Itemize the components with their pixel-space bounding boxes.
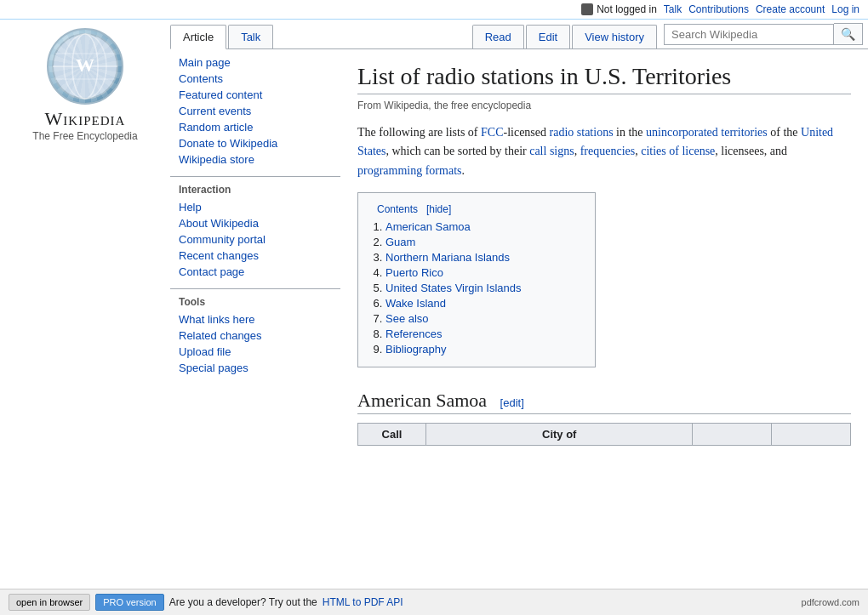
sidebar-item-upload-file[interactable]: Upload file [179, 344, 332, 360]
sidebar-tools-section: Tools What links here Related changes Up… [170, 296, 340, 376]
sidebar-item-current-events[interactable]: Current events [179, 103, 332, 119]
tools-heading: Tools [179, 296, 332, 308]
wikipedia-wordmark: Wikipedia [45, 108, 126, 130]
sidebar-item-contents[interactable]: Contents [179, 71, 332, 87]
toc-link-7[interactable]: See also [385, 312, 429, 325]
sidebar-interaction-section: Interaction Help About Wikipedia Communi… [170, 184, 340, 280]
logo-area: W Wikipedia The Free Encyclopedia [0, 20, 170, 459]
toc-link-9[interactable]: Bibliography [385, 343, 447, 356]
toc-item-4: Puerto Rico [385, 266, 581, 279]
toc-link-3[interactable]: Northern Mariana Islands [385, 251, 510, 264]
article-title: List of radio stations in U.S. Territori… [357, 63, 851, 94]
toc-link-8[interactable]: References [385, 327, 442, 340]
top-bar: Not logged in Talk Contributions Create … [0, 0, 868, 20]
edit-american-samoa-link[interactable]: [edit] [500, 396, 524, 409]
svg-point-2 [64, 34, 106, 99]
tab-talk[interactable]: Talk [228, 25, 273, 48]
toc-hide-button[interactable]: [hide] [426, 203, 451, 215]
tab-read[interactable]: Read [472, 25, 524, 48]
interaction-heading: Interaction [179, 184, 332, 196]
toc-link-6[interactable]: Wake Island [385, 297, 446, 310]
table-header-col3 [693, 424, 772, 446]
toc-item-8: References [385, 327, 581, 340]
create-account-link[interactable]: Create account [756, 3, 825, 15]
sidebar-item-community-portal[interactable]: Community portal [179, 231, 332, 248]
log-in-link[interactable]: Log in [831, 3, 859, 15]
article-content: List of radio stations in U.S. Territori… [340, 49, 868, 459]
toc-link-1[interactable]: American Samoa [385, 220, 471, 233]
call-signs-link[interactable]: call signs [529, 145, 574, 157]
unincorporated-territories-link[interactable]: unincorporated territories [646, 126, 768, 139]
svg-point-1 [72, 34, 98, 99]
tab-view-history[interactable]: View history [572, 25, 657, 48]
search-form: 🔍 [659, 20, 868, 48]
talk-link[interactable]: Talk [664, 3, 682, 15]
search-button[interactable]: 🔍 [834, 23, 863, 45]
table-header-city: City of [426, 424, 693, 446]
table-header-col4 [772, 424, 851, 446]
sidebar-item-contact-page[interactable]: Contact page [179, 264, 332, 280]
sidebar-item-what-links-here[interactable]: What links here [179, 311, 332, 327]
sidebar-item-recent-changes[interactable]: Recent changes [179, 248, 332, 264]
toc-item-2: Guam [385, 236, 581, 248]
sidebar-item-wikipedia-store[interactable]: Wikipedia store [179, 151, 332, 168]
toc-item-9: Bibliography [385, 343, 581, 356]
svg-text:W: W [76, 54, 94, 76]
search-input[interactable] [664, 24, 834, 45]
toc-link-5[interactable]: United States Virgin Islands [385, 282, 521, 294]
toc-item-1: American Samoa [385, 220, 581, 233]
table-of-contents: Contents [hide] American Samoa Guam Nort… [357, 192, 596, 367]
wikipedia-globe-logo[interactable]: W [47, 28, 123, 105]
sidebar-item-about-wikipedia[interactable]: About Wikipedia [179, 215, 332, 231]
toc-link-2[interactable]: Guam [385, 236, 415, 248]
sidebar: Main page Contents Featured content Curr… [170, 49, 340, 459]
sidebar-item-donate[interactable]: Donate to Wikipedia [179, 135, 332, 151]
toc-item-6: Wake Island [385, 297, 581, 310]
sidebar-item-related-changes[interactable]: Related changes [179, 327, 332, 344]
sidebar-item-main-page[interactable]: Main page [179, 54, 332, 71]
programming-formats-link[interactable]: programming formats [357, 164, 461, 177]
radio-stations-link[interactable]: radio stations [550, 126, 614, 139]
sidebar-divider-2 [170, 288, 340, 289]
toc-item-5: United States Virgin Islands [385, 282, 581, 294]
svg-point-0 [53, 34, 117, 99]
cities-of-license-link[interactable]: cities of license [641, 145, 715, 157]
sidebar-divider-1 [170, 176, 340, 177]
toc-link-4[interactable]: Puerto Rico [385, 266, 443, 279]
not-logged-in-text: Not logged in [597, 3, 657, 15]
toc-title: Contents [hide] [372, 202, 581, 215]
sidebar-item-featured-content[interactable]: Featured content [179, 87, 332, 103]
toc-list: American Samoa Guam Northern Mariana Isl… [372, 220, 581, 356]
section-heading-american-samoa: American Samoa [edit] [357, 390, 851, 414]
toc-item-7: See also [385, 312, 581, 325]
from-wikipedia-text: From Wikipedia, the free encyclopedia [357, 100, 851, 111]
table-header-call: Call [358, 424, 426, 446]
toc-item-3: Northern Mariana Islands [385, 251, 581, 264]
american-samoa-table: Call City of [357, 423, 851, 446]
sidebar-item-special-pages[interactable]: Special pages [179, 360, 332, 376]
wikipedia-tagline: The Free Encyclopedia [32, 130, 137, 142]
frequencies-link[interactable]: frequencies [580, 145, 636, 157]
tab-edit[interactable]: Edit [526, 25, 570, 48]
fcc-link[interactable]: FCC [481, 126, 503, 139]
user-icon [581, 3, 593, 15]
contributions-link[interactable]: Contributions [688, 3, 749, 15]
article-intro-paragraph: The following are lists of FCC-licensed … [357, 123, 851, 180]
sidebar-item-random-article[interactable]: Random article [179, 119, 332, 135]
tab-article[interactable]: Article [170, 25, 226, 49]
sidebar-item-help[interactable]: Help [179, 199, 332, 215]
sidebar-navigation-section: Main page Contents Featured content Curr… [170, 54, 340, 168]
